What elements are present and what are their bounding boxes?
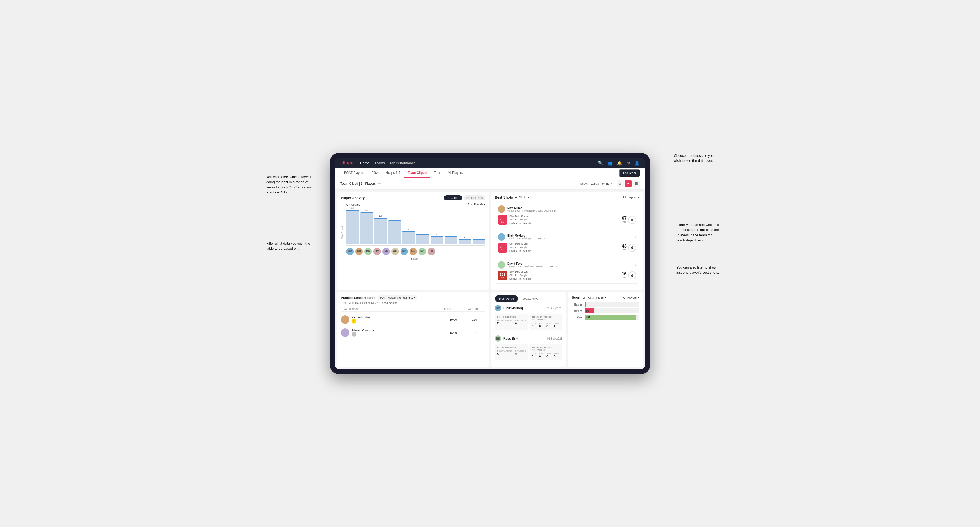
search-icon[interactable]: 🔍 xyxy=(598,160,603,165)
sub-nav-pga[interactable]: PGA xyxy=(368,168,382,178)
player-activity-toggles: On Course Practice Drills xyxy=(444,195,485,200)
active-app-1: APP 0 xyxy=(539,322,546,328)
active-player-section-1: BM Blair McHarg 26 Aug 2023 Total Rounds xyxy=(495,305,562,330)
bar-group: 2 xyxy=(473,236,485,244)
practice-score-2: 18/20 xyxy=(442,331,464,334)
y-axis-label: Total Rounds xyxy=(341,203,344,260)
bar-group: 3 xyxy=(445,233,457,244)
shot-metric-yds-2: 43 yds xyxy=(622,244,627,252)
shot-player-detail-2: 23 Jul 2023 · Ashridge GC, Hole 15 xyxy=(508,237,633,240)
practice-avgsq-1: 110 xyxy=(464,318,485,321)
practice-rank-badge-2: 2 xyxy=(352,332,356,337)
sub-nav-pgat-players[interactable]: PGAT Players xyxy=(340,168,368,178)
scoring-filter-label: Par 3, 4 & 5s xyxy=(587,296,604,299)
practice-filter[interactable]: PUTT Must Make Putting ... ▾ xyxy=(378,295,417,300)
players-filter[interactable]: All Players ▾ xyxy=(623,195,639,199)
shot-item-1[interactable]: Matt Miller 09 Jun 2023 · Royal North De… xyxy=(495,203,639,229)
player-activity-header: Player Activity On Course Practice Drill… xyxy=(341,195,485,200)
scoring-card: Scoring Par 3, 4 & 5s ▾ All Players ▾ xyxy=(568,292,643,367)
practice-row-2: Edward Crossman 2 18/20 107 xyxy=(341,326,485,339)
nav-link-home[interactable]: Home xyxy=(360,161,369,165)
bar-accent xyxy=(458,239,471,240)
most-active-tab[interactable]: Most Active xyxy=(495,295,518,302)
annotation-timescale: Choose the timescale youwish to see the … xyxy=(674,153,714,163)
shots-filter[interactable]: All Shots ▾ xyxy=(515,195,529,199)
shot-score-badge-1: 200 SG xyxy=(498,215,508,225)
active-stat-cols-1: GTT 0 APP 0 ARG xyxy=(532,322,560,328)
avatar-7: RB xyxy=(401,248,408,255)
on-course-toggle[interactable]: On Course xyxy=(444,195,462,200)
least-active-tab[interactable]: Least Active xyxy=(518,295,542,302)
sub-nav-tour[interactable]: Tour xyxy=(430,168,444,178)
account-icon[interactable]: 👤 xyxy=(634,160,640,165)
bar-accent xyxy=(473,239,485,240)
tablet-frame: clippd Home Teams My Performance 🔍 👥 🔔 ⊕… xyxy=(330,153,650,374)
scoring-players-filter[interactable]: All Players ▾ xyxy=(623,296,639,299)
bar-group: 13 xyxy=(346,207,359,244)
sub-nav-hcaps[interactable]: Hcaps 1-5 xyxy=(382,168,404,178)
scoring-label-birdies: Birdies xyxy=(572,310,582,313)
practice-row-1: Richard Butler 1 19/20 110 xyxy=(341,313,485,326)
edit-icon[interactable]: ✏ xyxy=(378,182,380,186)
practice-rank-badge-1: 1 xyxy=(352,319,356,324)
shot-player-info-1: Matt Miller 09 Jun 2023 · Royal North De… xyxy=(508,206,633,212)
bar-accent xyxy=(388,221,401,221)
shot-player-info-2: Blair McHarg 23 Jul 2023 · Ashridge GC, … xyxy=(508,234,633,240)
show-chevron: ▾ xyxy=(610,182,612,185)
active-stat-row-2: Tournament 8 Practice 4 xyxy=(497,350,526,355)
active-player-name-2: Rees Britt xyxy=(503,337,519,340)
avatar-3: DF xyxy=(364,248,372,255)
shot-avatar-1 xyxy=(498,205,505,213)
shot-details-3: Shot Dist: 16 yds Start Lie: Rough End L… xyxy=(509,270,620,281)
annotation-player-filter: You can also filter to showjust one play… xyxy=(676,265,719,275)
show-dropdown[interactable]: Last 3 months ▾ xyxy=(591,182,612,185)
bar-value: 13 xyxy=(351,207,354,209)
bar-group: 3 xyxy=(431,233,443,244)
active-stat-col-label-practice-1: Practice xyxy=(515,319,526,322)
scoring-bar-fill-birdies: 96 xyxy=(584,308,594,313)
shot-item-3[interactable]: David Ford 24 Aug 2023 · Royal North Dev… xyxy=(495,258,639,284)
avatar-9: EC xyxy=(418,248,426,255)
active-stat-practice-1: Total Practice Activities GTT 0 APP xyxy=(530,314,562,330)
chart-filter[interactable]: Total Rounds ▾ xyxy=(468,203,485,206)
scoring-bar-fill-pars: 499 xyxy=(584,315,636,320)
chart-section-label: On Course xyxy=(346,203,360,206)
col-player-name: PLAYER NAME xyxy=(341,308,442,310)
bar-accent xyxy=(360,213,373,213)
practice-avgsq-2: 107 xyxy=(464,331,485,334)
practice-card: Practice Leaderboards PUTT Must Make Put… xyxy=(337,292,489,367)
card-view-button[interactable]: ♥ xyxy=(625,180,632,187)
people-icon[interactable]: 👥 xyxy=(608,160,613,165)
grid-view-button[interactable]: ⊞ xyxy=(617,180,624,187)
shot-player-row-2: Blair McHarg 23 Jul 2023 · Ashridge GC, … xyxy=(498,233,636,241)
list-view-button[interactable]: ☰ xyxy=(633,180,640,187)
shot-data-row-1: 200 SG Shot Dist: 67 yds Start Lie: Roug… xyxy=(498,214,636,225)
bar xyxy=(388,221,401,244)
add-circle-icon[interactable]: ⊕ xyxy=(627,160,630,165)
active-player-section-2: RB Rees Britt 02 Sep 2023 Total Rounds T… xyxy=(495,335,562,360)
avatar-2: EB xyxy=(355,248,363,255)
bar-group: 5 xyxy=(402,228,415,244)
practice-drills-toggle[interactable]: Practice Drills xyxy=(464,195,485,200)
practice-player-name-1: Richard Butler 1 xyxy=(352,316,370,324)
add-team-button[interactable]: Add Team xyxy=(619,169,640,177)
active-stat-rounds-1: Total Rounds Tournament 7 Practice xyxy=(495,314,528,330)
sub-nav-all-players[interactable]: All Players xyxy=(444,168,466,178)
active-stat-col-practice-2: Practice 4 xyxy=(515,350,526,355)
sub-nav-team-clippd[interactable]: Team Clippd xyxy=(404,168,430,178)
shot-data-row-2: 200 SG Shot Dist: 43 yds Start Lie: Roug… xyxy=(498,242,636,253)
practice-avatar-1 xyxy=(341,316,349,324)
player-activity-card: Player Activity On Course Practice Drill… xyxy=(337,192,489,290)
shot-player-name-1: Matt Miller xyxy=(508,206,633,210)
bar-value: 10 xyxy=(379,215,382,217)
active-stat-rounds-2: Total Rounds Tournament 8 Practice xyxy=(495,344,528,360)
nav-link-teams[interactable]: Teams xyxy=(375,161,385,165)
practice-player-name-2: Edward Crossman 2 xyxy=(352,329,375,337)
bell-icon[interactable]: 🔔 xyxy=(617,160,622,165)
bar-value: 9 xyxy=(394,217,395,220)
scoring-filter[interactable]: Par 3, 4 & 5s ▾ xyxy=(587,296,606,299)
shot-metric-yds-1: 67 yds xyxy=(622,216,627,224)
bar-accent xyxy=(374,218,387,219)
nav-link-my-performance[interactable]: My Performance xyxy=(390,161,415,165)
shot-item-2[interactable]: Blair McHarg 23 Jul 2023 · Ashridge GC, … xyxy=(495,230,639,256)
